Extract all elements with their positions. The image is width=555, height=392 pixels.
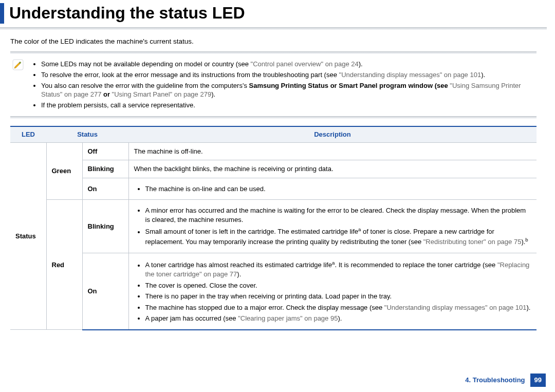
state-blinking: Blinking [82, 200, 128, 253]
note-list: Some LEDs may not be available depending… [27, 58, 536, 111]
th-description: Description [128, 126, 536, 142]
note-item: You also can resolve the error with the … [41, 81, 531, 99]
desc-cell: When the backlight blinks, the machine i… [128, 160, 536, 178]
cross-reference[interactable]: "Understanding display messages" on page… [384, 304, 527, 311]
desc-cell: A toner cartridge has almost reached its… [128, 253, 536, 330]
desc-cell: A minor error has occurred and the machi… [128, 200, 536, 253]
state-on: On [82, 253, 128, 330]
page-footer: 4. Troubleshooting 99 [465, 374, 546, 387]
title-bar: Understanding the status LED [0, 0, 547, 24]
state-on: On [82, 178, 128, 200]
cross-reference[interactable]: "Clearing paper jams" on page 95 [238, 314, 338, 322]
state-blinking: Blinking [82, 160, 128, 178]
cross-reference[interactable]: "Understanding display messages" on page… [339, 71, 482, 79]
page-number: 99 [530, 374, 546, 387]
th-led: LED [10, 126, 46, 142]
desc-item: There is no paper in the tray when recei… [145, 292, 532, 301]
color-green-cell: Green [46, 142, 82, 200]
desc-cell: The machine is off-line. [128, 142, 536, 160]
desc-item: The machine has stopped due to a major e… [145, 303, 532, 312]
title-underline [0, 27, 547, 30]
desc-item: A paper jam has occurred (see "Clearing … [145, 314, 532, 323]
th-status: Status [46, 126, 128, 142]
note-item: Some LEDs may not be available depending… [41, 60, 531, 69]
led-name-cell: Status [10, 142, 46, 330]
cross-reference[interactable]: "Using Smart Panel" on page 279 [112, 90, 212, 98]
note-block: Some LEDs may not be available depending… [10, 51, 536, 119]
desc-item: A minor error has occurred and the machi… [145, 206, 532, 224]
intro-text: The color of the LED indicates the machi… [10, 37, 547, 46]
desc-item: The cover is opened. Close the cover. [145, 281, 532, 290]
page-title: Understanding the status LED [9, 2, 245, 24]
desc-cell: The machine is on-line and can be used. [128, 178, 536, 200]
desc-item: Small amount of toner is left in the car… [145, 226, 532, 247]
note-rule-bottom [10, 116, 536, 119]
desc-item: A toner cartridge has almost reached its… [145, 259, 532, 278]
cross-reference[interactable]: "Redistributing toner" on page 75 [423, 238, 522, 246]
note-item: To resolve the error, look at the error … [41, 70, 531, 80]
note-item: If the problem persists, call a service … [41, 101, 531, 110]
note-icon [10, 58, 27, 111]
color-red-cell: Red [46, 200, 82, 330]
cross-reference[interactable]: "Control panel overview" on page 24 [251, 60, 359, 68]
status-led-table: LED Status Description Status Green Off … [10, 126, 536, 330]
title-accent [0, 3, 4, 24]
state-off: Off [82, 142, 128, 160]
chapter-label: 4. Troubleshooting [465, 376, 525, 385]
